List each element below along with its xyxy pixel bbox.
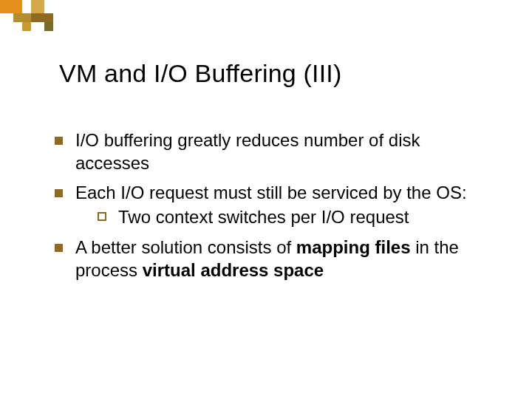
slide-body: I/O buffering greatly reduces number of …	[52, 129, 488, 289]
bullet-text-bold: mapping files	[296, 237, 411, 257]
deco-block	[22, 22, 31, 31]
deco-block	[31, 0, 44, 13]
corner-decoration	[0, 0, 66, 33]
bullet-level2: Two context switches per I/O request	[75, 206, 488, 229]
bullet-text: Each I/O request must still be serviced …	[75, 183, 467, 202]
bullet-level1: I/O buffering greatly reduces number of …	[52, 129, 488, 174]
deco-block	[44, 22, 53, 31]
deco-block	[0, 13, 13, 22]
deco-block	[31, 13, 53, 22]
slide: VM and I/O Buffering (III) I/O buffering…	[0, 0, 532, 399]
deco-block	[44, 0, 66, 13]
bullet-level1: A better solution consists of mapping fi…	[52, 236, 488, 282]
bullet-text-part: A better solution consists of	[75, 237, 296, 257]
bullet-text: I/O buffering greatly reduces number of …	[75, 130, 420, 173]
deco-block	[13, 13, 31, 22]
deco-block	[53, 13, 66, 22]
slide-title: VM and I/O Buffering (III)	[59, 59, 342, 88]
bullet-level1: Each I/O request must still be serviced …	[52, 182, 488, 228]
deco-block	[0, 0, 22, 13]
bullet-text-bold: virtual address space	[143, 260, 324, 280]
deco-block	[22, 0, 31, 13]
deco-block	[31, 22, 44, 31]
bullet-text: Two context switches per I/O request	[118, 207, 409, 227]
deco-block	[0, 22, 22, 31]
